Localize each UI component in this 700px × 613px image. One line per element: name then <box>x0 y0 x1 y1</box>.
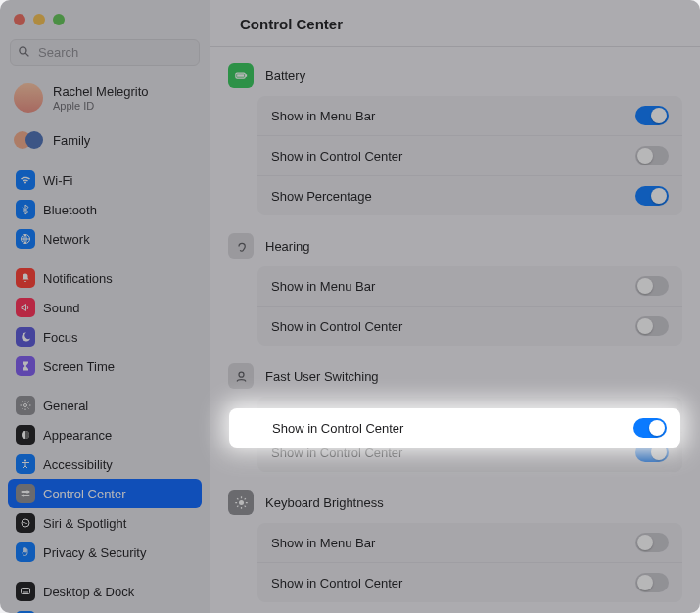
user-icon <box>228 363 254 389</box>
highlighted-row[interactable]: Show in Control Center <box>229 408 680 448</box>
row-label: Show in Control Center <box>271 576 402 590</box>
sidebar-item-label: Siri & Spotlight <box>43 516 126 531</box>
sidebar: Rachel Melegrito Apple ID Family Wi-FiBl… <box>0 0 210 613</box>
content-scroll[interactable]: Battery Show in Menu BarShow in Control … <box>210 47 700 613</box>
sidebar-item-label: Desktop & Dock <box>43 585 134 599</box>
family-row[interactable]: Family <box>8 124 202 156</box>
sidebar-nav: Wi-FiBluetoothNetworkNotificationsSoundF… <box>8 156 202 613</box>
sidebar-item-label: Screen Time <box>43 359 115 374</box>
speaker-icon <box>16 298 35 317</box>
apple-id-row[interactable]: Rachel Melegrito Apple ID <box>8 77 202 118</box>
appearance-icon <box>16 425 35 445</box>
sidebar-item-network[interactable]: Network <box>8 224 202 254</box>
svg-rect-15 <box>237 74 244 77</box>
sidebar-item-label: General <box>43 399 88 413</box>
row-label: Show in Control Center <box>272 421 403 436</box>
svg-point-3 <box>24 404 27 407</box>
section-header: Keyboard Brightness <box>226 482 682 523</box>
sidebar-item-accessibility[interactable]: Accessibility <box>8 449 202 479</box>
sidebar-item-wifi[interactable]: Wi-Fi <box>8 165 202 195</box>
account-name: Rachel Melegrito <box>53 84 149 100</box>
section-rows: Show in Menu BarShow in Control Center <box>257 266 682 346</box>
svg-point-0 <box>20 46 26 53</box>
sidebar-item-label: Control Center <box>43 487 126 501</box>
row-label: Show in Menu Bar <box>271 536 375 550</box>
search-input[interactable] <box>10 39 200 66</box>
svg-point-9 <box>23 495 25 497</box>
globe-icon <box>16 229 35 249</box>
sidebar-item-label: Appearance <box>43 428 112 443</box>
toggle[interactable] <box>633 418 667 438</box>
svg-rect-11 <box>22 589 30 594</box>
sidebar-item-sound[interactable]: Sound <box>8 293 202 322</box>
section-header: Fast User Switching <box>226 355 682 397</box>
brightness-icon <box>228 490 254 515</box>
main-panel: Control Center Battery Show in Menu BarS… <box>210 0 700 613</box>
search-icon <box>18 44 30 62</box>
toggle[interactable] <box>635 186 669 206</box>
toggle[interactable] <box>635 276 669 296</box>
section-rows: Show in Menu BarShow in Control CenterSh… <box>257 96 682 215</box>
section-hearing: Hearing Show in Menu BarShow in Control … <box>226 225 682 346</box>
row-label: Show in Control Center <box>271 319 402 334</box>
fullscreen-icon[interactable] <box>53 14 65 25</box>
svg-rect-16 <box>245 74 246 77</box>
sidebar-item-label: Notifications <box>43 271 113 286</box>
sidebar-item-label: Sound <box>43 301 80 315</box>
sidebar-item-displays[interactable]: Displays <box>8 606 202 613</box>
hand-icon <box>16 542 35 562</box>
sidebar-item-label: Focus <box>43 330 77 345</box>
siri-icon <box>16 513 35 533</box>
search-field[interactable] <box>10 39 200 66</box>
setting-row: Show in Control Center <box>257 562 682 602</box>
sidebar-item-bluetooth[interactable]: Bluetooth <box>8 195 202 224</box>
sidebar-item-screentime[interactable]: Screen Time <box>8 352 202 381</box>
toggle[interactable] <box>635 106 669 125</box>
dock-icon <box>16 582 35 601</box>
svg-point-17 <box>239 372 244 377</box>
toggle[interactable] <box>635 533 669 552</box>
battery-icon <box>228 63 254 88</box>
avatar <box>14 83 43 113</box>
svg-line-1 <box>25 53 28 56</box>
setting-row: Show in Menu Bar <box>257 96 682 135</box>
sidebar-item-general[interactable]: General <box>8 391 202 420</box>
section-title: Fast User Switching <box>265 369 379 384</box>
section-battery: Battery Show in Menu BarShow in Control … <box>226 55 682 215</box>
sidebar-item-notifications[interactable]: Notifications <box>8 263 202 293</box>
moon-icon <box>16 327 35 347</box>
row-label: Show in Menu Bar <box>271 279 375 294</box>
sidebar-item-label: Accessibility <box>43 457 113 472</box>
sidebar-item-siri[interactable]: Siri & Spotlight <box>8 508 202 538</box>
section-header: Battery <box>226 55 682 96</box>
toggle[interactable] <box>635 146 669 165</box>
sidebar-item-label: Bluetooth <box>43 203 97 217</box>
bell-icon <box>16 268 35 288</box>
sidebar-item-focus[interactable]: Focus <box>8 322 202 352</box>
page-title: Control Center <box>240 16 680 32</box>
sidebar-item-privacy[interactable]: Privacy & Security <box>8 538 202 567</box>
titlebar: Control Center <box>210 0 700 47</box>
setting-row: Show Percentage <box>257 175 682 215</box>
row-label: Show in Menu Bar <box>271 109 375 123</box>
section-rows: Show in Menu BarShow in Control Center <box>257 523 682 602</box>
wifi-icon <box>16 170 35 190</box>
toggle[interactable] <box>635 573 669 592</box>
toggle[interactable] <box>635 316 669 336</box>
hourglass-icon <box>16 356 35 376</box>
minimize-icon[interactable] <box>33 14 45 25</box>
close-icon[interactable] <box>14 14 25 25</box>
bluetooth-icon <box>16 200 35 219</box>
sidebar-item-desktop[interactable]: Desktop & Dock <box>8 577 202 606</box>
svg-point-8 <box>26 491 29 494</box>
sidebar-item-appearance[interactable]: Appearance <box>8 420 202 449</box>
sidebar-item-controlcenter[interactable]: Control Center <box>8 479 202 508</box>
row-label: Show in Control Center <box>271 149 402 164</box>
section-title: Keyboard Brightness <box>265 495 384 510</box>
section-kbright: Keyboard Brightness Show in Menu BarShow… <box>226 482 682 602</box>
family-label: Family <box>53 133 90 148</box>
svg-rect-12 <box>23 592 28 593</box>
window-controls <box>8 8 202 35</box>
family-icon <box>14 130 43 150</box>
sidebar-item-label: Wi-Fi <box>43 173 72 188</box>
